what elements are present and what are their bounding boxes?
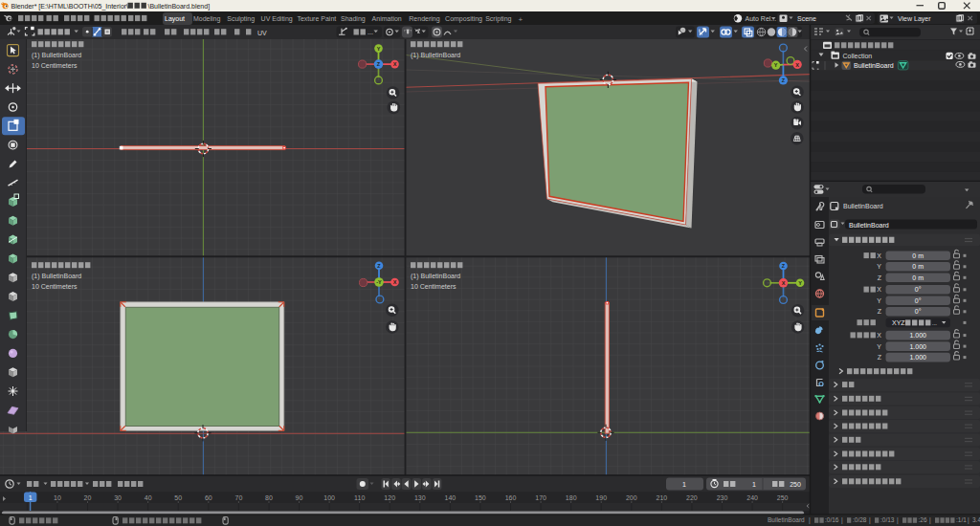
svg-text:30: 30: [114, 494, 122, 501]
svg-text:10 Centimeters: 10 Centimeters: [32, 283, 78, 290]
svg-text:220: 220: [686, 494, 698, 501]
svg-text:0°: 0°: [915, 286, 922, 293]
svg-text:130: 130: [414, 494, 426, 501]
svg-text:0 m: 0 m: [912, 274, 924, 281]
svg-text:|: |: [841, 516, 843, 524]
svg-text:1: 1: [29, 494, 33, 501]
svg-text:200: 200: [626, 494, 637, 501]
svg-text::1/1: :1/1: [956, 516, 967, 523]
svg-text:0°: 0°: [915, 297, 922, 304]
svg-text:X: X: [877, 286, 881, 293]
svg-text:0 m: 0 m: [912, 263, 924, 270]
svg-text:10 Centimeters: 10 Centimeters: [32, 62, 78, 69]
svg-text:50: 50: [174, 494, 182, 501]
svg-text:X: X: [877, 332, 881, 339]
svg-text:250: 250: [790, 481, 801, 488]
svg-text:BulletinBoard: BulletinBoard: [843, 203, 883, 209]
svg-text:140: 140: [445, 494, 457, 501]
svg-text:Texture Paint: Texture Paint: [297, 15, 336, 22]
svg-text:+: +: [519, 15, 523, 24]
svg-text:3.4: 3.4: [972, 516, 980, 523]
svg-text:1.000: 1.000: [909, 332, 926, 339]
svg-text:Sculpting: Sculpting: [227, 15, 255, 23]
svg-text:(1) BulletinBoard: (1) BulletinBoard: [411, 52, 460, 59]
svg-text:Animation: Animation: [372, 15, 402, 22]
svg-text::26: :26: [919, 516, 927, 523]
svg-text:Auto Rel...: Auto Rel...: [746, 15, 777, 22]
svg-text:...: ...: [368, 29, 373, 35]
svg-text:10: 10: [54, 494, 61, 501]
svg-text:UV Editing: UV Editing: [261, 15, 293, 23]
svg-text:60: 60: [205, 494, 212, 501]
svg-text:20: 20: [84, 494, 92, 501]
svg-text:View Layer: View Layer: [898, 15, 931, 23]
svg-text:\BulletinBoard.blend]: \BulletinBoard.blend]: [148, 3, 211, 11]
svg-text:1: 1: [682, 481, 686, 488]
svg-text:1.000: 1.000: [909, 354, 926, 361]
svg-text:80: 80: [265, 494, 273, 501]
svg-text:230: 230: [717, 494, 728, 501]
svg-text:10 Centimeters: 10 Centimeters: [411, 283, 457, 290]
svg-text:BulletinBoard: BulletinBoard: [849, 222, 889, 229]
svg-text:160: 160: [505, 494, 517, 501]
svg-text:Y: Y: [877, 297, 881, 304]
svg-text:Z: Z: [878, 354, 882, 361]
svg-text:(1) BulletinBoard: (1) BulletinBoard: [32, 52, 81, 59]
svg-text:-Y: -Y: [376, 279, 382, 285]
svg-text:120: 120: [384, 494, 395, 501]
svg-text:Compositing: Compositing: [445, 15, 482, 23]
svg-text:|: |: [869, 516, 871, 524]
svg-text:250: 250: [777, 494, 789, 501]
svg-text:|: |: [968, 516, 969, 524]
svg-text:X: X: [782, 280, 786, 286]
svg-text:180: 180: [566, 494, 577, 501]
svg-text:Z: Z: [878, 308, 882, 315]
svg-text:190: 190: [595, 494, 607, 501]
svg-text:170: 170: [535, 494, 546, 501]
svg-text:XYZ: XYZ: [892, 319, 905, 326]
svg-text:Collection: Collection: [843, 53, 873, 59]
svg-text:(1) BulletinBoard: (1) BulletinBoard: [32, 273, 81, 280]
svg-text:40: 40: [145, 494, 152, 501]
svg-text:X: X: [393, 279, 397, 285]
svg-text:Y: Y: [798, 280, 802, 286]
svg-text:90: 90: [296, 494, 303, 501]
svg-text:BulletinBoard: BulletinBoard: [768, 516, 805, 523]
svg-text:X: X: [795, 62, 799, 68]
svg-text:Modeling: Modeling: [193, 15, 221, 23]
svg-text:(1) BulletinBoard: (1) BulletinBoard: [411, 273, 460, 280]
svg-text:Layout: Layout: [165, 15, 185, 23]
svg-text:240: 240: [746, 494, 758, 501]
svg-text:|: |: [929, 516, 931, 524]
svg-text:Scripting: Scripting: [485, 15, 511, 23]
svg-text:150: 150: [475, 494, 486, 501]
svg-text:BulletinBoard: BulletinBoard: [854, 62, 894, 69]
svg-text:210: 210: [657, 494, 668, 501]
svg-text:UV: UV: [257, 30, 267, 36]
svg-text:Shading: Shading: [341, 15, 366, 23]
svg-text:X: X: [877, 252, 881, 259]
svg-text:0 m: 0 m: [912, 252, 924, 259]
svg-text:Y: Y: [377, 46, 381, 52]
svg-text:1: 1: [752, 481, 756, 488]
svg-text:Y: Y: [877, 263, 881, 270]
svg-text:1.000: 1.000: [909, 343, 926, 350]
svg-text:Rendering: Rendering: [409, 15, 439, 23]
svg-text:X: X: [393, 61, 397, 67]
svg-text:100: 100: [323, 494, 335, 501]
svg-text:Blender* [E:\HTML\BOOTH\05_Int: Blender* [E:\HTML\BOOTH\05_Interior\: [11, 3, 129, 11]
svg-text::0/28: :0/28: [853, 516, 867, 523]
svg-text:|: |: [809, 516, 811, 524]
svg-text:110: 110: [354, 494, 365, 501]
svg-text:Z: Z: [878, 274, 882, 281]
svg-text::0/16: :0/16: [825, 516, 839, 523]
svg-text:...: ...: [932, 320, 937, 326]
svg-text:Y: Y: [774, 62, 778, 68]
svg-text:0°: 0°: [915, 308, 922, 315]
svg-text:|: |: [897, 516, 899, 524]
svg-text:70: 70: [235, 494, 243, 501]
svg-text:Scene: Scene: [797, 15, 816, 22]
svg-text::0/13: :0/13: [880, 516, 895, 523]
svg-text:Y: Y: [877, 343, 881, 350]
